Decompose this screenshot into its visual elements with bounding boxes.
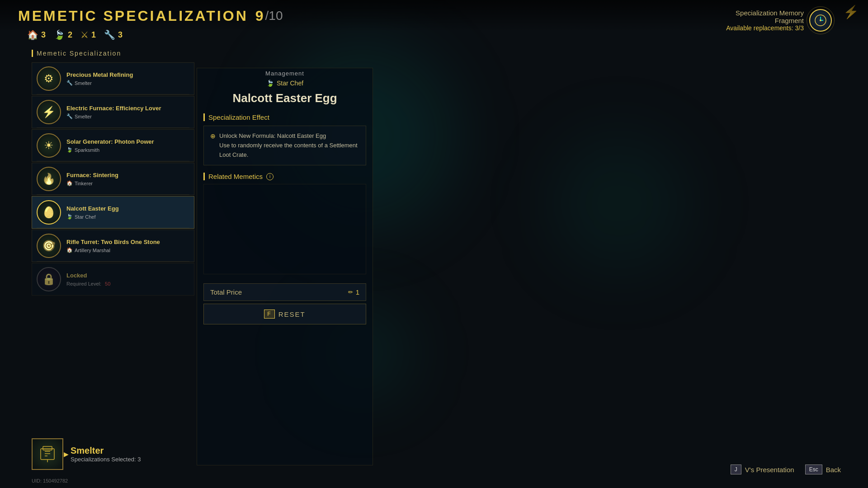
bottom-entity-name: Smelter: [71, 446, 194, 456]
skill-name-0: Precious Metal Refining: [66, 71, 189, 79]
skill-item-5[interactable]: 🎯 Rifle Turret: Two Birds One Stone 🏠 Ar…: [32, 230, 194, 262]
section-label: Memetic Specialization: [32, 50, 194, 57]
level-max: /10: [265, 9, 283, 23]
ctrl-presentation[interactable]: J V's Presentation: [731, 465, 794, 474]
cat-leaf[interactable]: 🍃 2: [54, 29, 72, 40]
bg-glow-2: [552, 136, 687, 271]
skill-sub-5: 🏠 Artillery Marshal: [66, 247, 189, 253]
skill-sublabel-2: Sparksmith: [75, 147, 99, 153]
home-icon: 🏠: [27, 29, 38, 40]
skill-name-5: Rifle Turret: Two Birds One Stone: [66, 239, 189, 246]
bottom-left-panel: ▶ Smelter Specializations Selected: 3: [32, 438, 194, 470]
panel-category: Management: [203, 70, 366, 77]
cat-home-count: 3: [41, 30, 46, 40]
skill-name-locked: Locked: [66, 272, 189, 280]
skill-item-2[interactable]: ☀ Solar Generator: Photon Power 🍃 Sparks…: [32, 129, 194, 162]
skill-icon-locked: 🔒: [37, 267, 61, 291]
price-number: 1: [356, 288, 359, 296]
cat-sword-count: 1: [91, 30, 96, 40]
sub-cat-icon: 🍃: [266, 80, 274, 87]
skill-icon-0: ⚙: [37, 66, 61, 91]
skill-item-4[interactable]: 🥚 Nalcott Easter Egg 🍃 Star Chef: [32, 196, 194, 229]
skill-item-locked: 🔒 Locked Required Level: 50: [32, 263, 194, 296]
related-section: Related Memetics i: [203, 173, 366, 274]
ctrl-label-presentation: V's Presentation: [745, 466, 794, 474]
skill-sublabel-1: Smelter: [75, 114, 92, 119]
skill-icon-4: 🥚: [37, 200, 61, 225]
skill-required-label: Required Level:: [66, 281, 101, 286]
memory-fragment-title: Specialization MemoryFragment: [726, 9, 804, 24]
skill-item-1[interactable]: ⚡ Electric Furnace: Efficiency Lover 🔧 S…: [32, 96, 194, 128]
price-row: Total Price ✏ 1: [203, 283, 366, 301]
skill-name-3: Furnace: Sintering: [66, 172, 189, 179]
category-row: 🏠 3 🍃 2 ⚔ 1 🔧 3: [27, 29, 123, 40]
related-title: Related Memetics i: [203, 173, 366, 180]
left-panel: Memetic Specialization ⚙ Precious Metal …: [32, 50, 194, 296]
skill-icon-5: 🎯: [37, 234, 61, 258]
skill-name-1: Electric Furnace: Efficiency Lover: [66, 105, 189, 113]
page-title: MEMETIC SPECIALIZATION: [18, 8, 248, 24]
skill-required-level: 50: [105, 281, 110, 286]
bottom-left-info: Smelter Specializations Selected: 3: [71, 446, 194, 463]
main-panel: Management 🍃 Star Chef Nalcott Easter Eg…: [203, 70, 366, 324]
skill-list: ⚙ Precious Metal Refining 🔧 Smelter ⚡ El…: [32, 62, 194, 296]
memory-fragment: Specialization MemoryFragment Available …: [726, 9, 832, 32]
price-currency-icon: ✏: [348, 289, 353, 296]
skill-sublabel-4: Star Chef: [75, 214, 95, 220]
skill-item-3[interactable]: 🔥 Furnace: Sintering 🏠 Tinkerer: [32, 163, 194, 195]
reset-label: RESET: [278, 310, 306, 318]
svg-point-1: [820, 19, 821, 21]
bottom-left-icon: [32, 438, 63, 470]
skill-item-0[interactable]: ⚙ Precious Metal Refining 🔧 Smelter: [32, 62, 194, 95]
skill-name-2: Solar Generator: Photon Power: [66, 138, 189, 146]
skill-sub-0: 🔧 Smelter: [66, 80, 189, 86]
related-title-label: Related Memetics: [208, 173, 263, 180]
skill-sub-4: 🍃 Star Chef: [66, 214, 189, 220]
reset-key: F: [264, 310, 274, 319]
cat-home[interactable]: 🏠 3: [27, 29, 46, 40]
cat-sword[interactable]: ⚔ 1: [80, 29, 96, 40]
info-icon[interactable]: i: [266, 173, 274, 180]
ctrl-label-back: Back: [826, 466, 841, 474]
effect-box: ⊕ Unlock New Formula: Nalcott Easter Egg…: [203, 126, 366, 165]
level-indicator: 9: [255, 8, 264, 24]
skill-sub-2: 🍃 Sparksmith: [66, 147, 189, 153]
leaf-icon: 🍃: [54, 29, 65, 40]
cat-wrench[interactable]: 🔧 3: [104, 29, 123, 40]
ctrl-key-esc: Esc: [805, 465, 822, 474]
ctrl-key-j: J: [731, 465, 741, 474]
wrench-icon: 🔧: [104, 29, 115, 40]
price-value: ✏ 1: [348, 288, 359, 296]
skill-sub-3: 🏠 Tinkerer: [66, 180, 189, 186]
skill-sub-1: 🔧 Smelter: [66, 113, 189, 119]
panel-title: Nalcott Easter Egg: [203, 91, 366, 105]
skill-icon-3: 🔥: [37, 167, 61, 191]
effect-item: ⊕ Unlock New Formula: Nalcott Easter Egg…: [210, 131, 359, 160]
memory-fragment-available: Available replacements: 3/3: [726, 24, 804, 32]
svg-point-0: [815, 15, 826, 26]
skill-icon-1: ⚡: [37, 100, 61, 124]
svg-rect-3: [43, 446, 52, 450]
effect-section-title: Specialization Effect: [203, 113, 366, 121]
bottom-entity-sub: Specializations Selected: 3: [71, 456, 194, 463]
skill-sublabel-5: Artillery Marshal: [75, 248, 110, 253]
effect-bullet-icon: ⊕: [210, 132, 216, 140]
sword-icon: ⚔: [80, 29, 89, 40]
related-content: [203, 184, 366, 274]
cat-leaf-count: 2: [68, 30, 72, 40]
memory-fragment-icon[interactable]: [809, 9, 832, 32]
effect-text: Unlock New Formula: Nalcott Easter EggUs…: [219, 131, 359, 160]
price-label: Total Price: [210, 288, 242, 296]
bottom-left-arrow: ▶: [64, 450, 69, 458]
skill-name-4: Nalcott Easter Egg: [66, 205, 189, 213]
skill-sublabel-0: Smelter: [75, 80, 92, 86]
sub-cat-label: Star Chef: [277, 80, 303, 87]
skill-sub-locked: Required Level: 50: [66, 281, 189, 286]
uid-label: UID: 150492782: [32, 478, 68, 483]
cat-wrench-count: 3: [118, 30, 123, 40]
panel-sub-category: 🍃 Star Chef: [203, 80, 366, 87]
reset-button[interactable]: F RESET: [203, 304, 366, 324]
skill-sublabel-3: Tinkerer: [75, 181, 93, 186]
bottom-right-controls: J V's Presentation Esc Back: [731, 465, 841, 474]
ctrl-back[interactable]: Esc Back: [805, 465, 841, 474]
